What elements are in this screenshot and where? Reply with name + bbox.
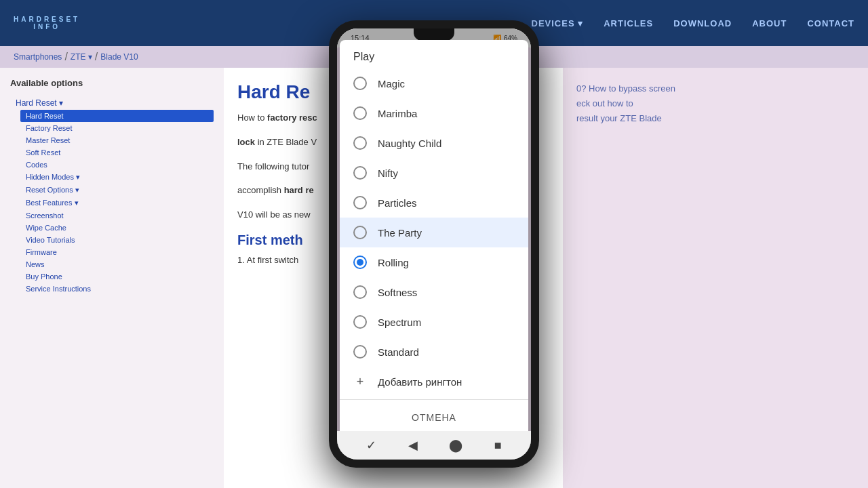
- nav-link-devices[interactable]: Devices ▾: [532, 18, 584, 28]
- right-text3: result your ZTE Blade: [576, 111, 854, 126]
- nav-recent-icon[interactable]: ■: [494, 439, 502, 453]
- right-background: 0? How to bypass screen eck out how to r…: [563, 68, 868, 488]
- ringtone-item-nifty[interactable]: Nifty: [340, 158, 528, 188]
- plus-icon: +: [353, 375, 367, 388]
- right-text2: eck out how to: [576, 96, 854, 111]
- radio-marimba: [353, 106, 367, 120]
- sidebar-item-news[interactable]: News: [20, 258, 214, 270]
- ringtone-item-naughty-child[interactable]: Naughty Child: [340, 128, 528, 158]
- radio-inner-rolling: [357, 259, 363, 266]
- ringtone-label-particles: Particles: [378, 197, 417, 209]
- radio-spectrum: [353, 315, 367, 329]
- ringtone-item-softness[interactable]: Softness: [340, 277, 528, 307]
- nav-link-about[interactable]: About: [752, 18, 787, 28]
- ringtone-label-nifty: Nifty: [378, 167, 398, 179]
- ringtone-item-particles[interactable]: Particles: [340, 188, 528, 218]
- sidebar-item-codes[interactable]: Codes: [20, 159, 214, 171]
- sidebar-item-best-features[interactable]: Best Features ▾: [20, 197, 214, 209]
- sidebar-item-service[interactable]: Service Instructions: [20, 283, 214, 295]
- nav-home-icon[interactable]: ⬤: [449, 438, 462, 453]
- breadcrumb-zte[interactable]: ZTE ▾: [71, 52, 92, 62]
- add-ringtone-label: Добавить рингтон: [378, 376, 462, 388]
- ringtone-label-marimba: Marimba: [378, 108, 417, 119]
- sidebar-title: Available options: [10, 78, 214, 88]
- ringtone-item-rolling[interactable]: Rolling: [340, 247, 528, 277]
- ringtone-label-magic: Magic: [378, 78, 405, 89]
- sidebar-item-master-reset[interactable]: Master Reset: [20, 134, 214, 146]
- phone-case: 15:14 📶 64% Play Magic: [329, 20, 539, 468]
- nav-back-icon[interactable]: ◀: [408, 438, 418, 453]
- right-text1: 0? How to bypass screen: [576, 81, 854, 96]
- phone-screen: 15:14 📶 64% Play Magic: [337, 28, 531, 460]
- ringtone-label-rolling: Rolling: [378, 257, 409, 268]
- play-dialog: Play Magic Marimba Naughty Child Nifty: [340, 40, 528, 432]
- divider: [340, 399, 528, 400]
- sidebar-item-screenshot[interactable]: Screenshot: [20, 209, 214, 222]
- sidebar-item-reset-options[interactable]: Reset Options ▾: [20, 184, 214, 197]
- phone-device: 15:14 📶 64% Play Magic: [329, 20, 539, 468]
- nav-link-articles[interactable]: Articles: [604, 18, 653, 28]
- radio-magic: [353, 77, 367, 90]
- ringtone-label-standard: Standard: [378, 346, 419, 358]
- ringtone-item-standard[interactable]: Standard: [340, 337, 528, 367]
- ringtone-item-the-party[interactable]: The Party: [340, 218, 528, 247]
- radio-softness: [353, 285, 367, 299]
- sidebar-item-soft-reset[interactable]: Soft Reset: [20, 146, 214, 159]
- sidebar-item-wipe-cache[interactable]: Wipe Cache: [20, 222, 214, 234]
- add-ringtone-button[interactable]: + Добавить рингтон: [340, 367, 528, 396]
- nav-check-icon[interactable]: ✓: [366, 438, 376, 453]
- ringtone-item-marimba[interactable]: Marimba: [340, 98, 528, 128]
- logo-text: HARDRESET: [14, 16, 80, 23]
- site-logo: HARDRESET INFO: [14, 16, 80, 30]
- sidebar: Available options Hard Reset ▾ Hard Rese…: [0, 68, 224, 488]
- sidebar-item-hidden-modes[interactable]: Hidden Modes ▾: [20, 171, 214, 184]
- ringtone-label-softness: Softness: [378, 287, 417, 298]
- phone-nav-bar: ✓ ◀ ⬤ ■: [337, 431, 531, 460]
- sidebar-submenu: Hard Reset Factory Reset Master Reset So…: [10, 110, 214, 295]
- ringtone-label-naughty-child: Naughty Child: [378, 138, 441, 149]
- sidebar-item-hard-reset-parent[interactable]: Hard Reset ▾: [10, 96, 214, 110]
- sidebar-item-buy-phone[interactable]: Buy Phone: [20, 270, 214, 283]
- radio-nifty: [353, 166, 367, 180]
- radio-naughty-child: [353, 136, 367, 150]
- radio-the-party: [353, 226, 367, 239]
- nav-link-download[interactable]: Download: [673, 18, 732, 28]
- nav-link-contact[interactable]: Contact: [807, 18, 854, 28]
- radio-standard: [353, 345, 367, 359]
- breadcrumb-blade[interactable]: Blade V10: [100, 52, 138, 62]
- sidebar-item-firmware[interactable]: Firmware: [20, 246, 214, 258]
- sidebar-item-hard-reset[interactable]: Hard Reset: [20, 110, 214, 122]
- dialog-title: Play: [340, 40, 528, 68]
- ringtone-label-spectrum: Spectrum: [378, 317, 421, 328]
- radio-rolling: [353, 256, 367, 269]
- ringtone-item-spectrum[interactable]: Spectrum: [340, 307, 528, 337]
- sidebar-item-factory-reset[interactable]: Factory Reset: [20, 122, 214, 134]
- ringtone-item-magic[interactable]: Magic: [340, 68, 528, 98]
- breadcrumb-smartphones[interactable]: Smartphones: [14, 52, 62, 62]
- ringtone-label-the-party: The Party: [378, 227, 422, 239]
- nav-links: Devices ▾ Articles Download About Contac…: [532, 18, 855, 28]
- logo-sub: INFO: [14, 23, 80, 30]
- sidebar-item-video-tutorials[interactable]: Video Tutorials: [20, 234, 214, 246]
- radio-particles: [353, 196, 367, 209]
- cancel-button[interactable]: ОТМЕНА: [340, 403, 528, 432]
